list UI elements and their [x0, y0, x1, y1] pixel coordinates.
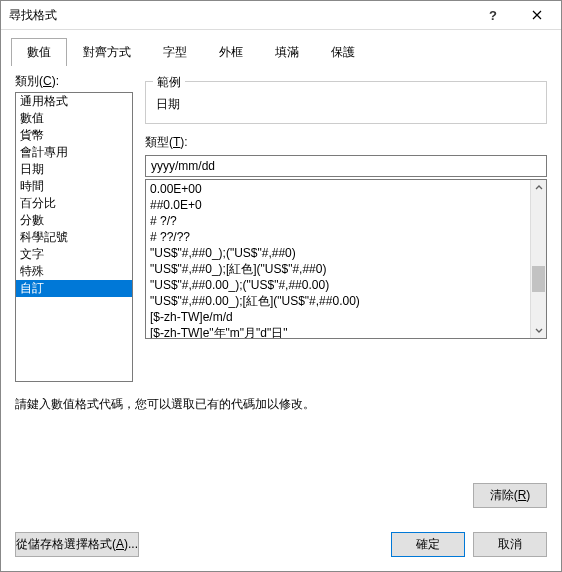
format-code-item[interactable]: "US$"#,##0_);("US$"#,##0): [150, 245, 526, 261]
cancel-button[interactable]: 取消: [473, 532, 547, 557]
format-code-list[interactable]: 0.00E+00##0.0E+0# ?/?# ??/??"US$"#,##0_)…: [146, 180, 530, 338]
tab-0[interactable]: 數值: [11, 38, 67, 66]
scroll-track[interactable]: [531, 196, 546, 322]
tab-3[interactable]: 外框: [203, 38, 259, 66]
category-label: 類別(C):: [15, 73, 133, 90]
format-code-item[interactable]: 0.00E+00: [150, 181, 526, 197]
category-item[interactable]: 分數: [16, 212, 132, 229]
category-item[interactable]: 百分比: [16, 195, 132, 212]
type-input[interactable]: [145, 155, 547, 177]
format-code-item[interactable]: [$-zh-TW]e/m/d: [150, 309, 526, 325]
sample-legend: 範例: [153, 74, 185, 91]
category-item[interactable]: 數值: [16, 110, 132, 127]
category-item[interactable]: 文字: [16, 246, 132, 263]
scroll-down-button[interactable]: [531, 322, 546, 338]
type-label: 類型(T):: [145, 134, 547, 151]
format-code-item[interactable]: "US$"#,##0_);[紅色]("US$"#,##0): [150, 261, 526, 277]
tab-bar: 數值對齊方式字型外框填滿保護: [1, 30, 561, 65]
category-item[interactable]: 日期: [16, 161, 132, 178]
dialog-window: 尋找格式 ? 數值對齊方式字型外框填滿保護 類別(C): 通用格式數值貨幣會計專…: [0, 0, 562, 572]
category-item[interactable]: 通用格式: [16, 93, 132, 110]
format-code-item[interactable]: # ?/?: [150, 213, 526, 229]
footer: 從儲存格選擇格式(A)... 確定 取消: [1, 522, 561, 571]
ok-button[interactable]: 確定: [391, 532, 465, 557]
format-code-list-wrap: 0.00E+00##0.0E+0# ?/?# ??/??"US$"#,##0_)…: [145, 179, 547, 339]
category-item[interactable]: 特殊: [16, 263, 132, 280]
close-button[interactable]: [515, 1, 559, 29]
scrollbar[interactable]: [530, 180, 546, 338]
clear-button[interactable]: 清除(R): [473, 483, 547, 508]
format-code-item[interactable]: "US$"#,##0.00_);("US$"#,##0.00): [150, 277, 526, 293]
format-code-item[interactable]: # ??/??: [150, 229, 526, 245]
tab-4[interactable]: 填滿: [259, 38, 315, 66]
category-item[interactable]: 會計專用: [16, 144, 132, 161]
format-code-item[interactable]: ##0.0E+0: [150, 197, 526, 213]
content-area: 類別(C): 通用格式數值貨幣會計專用日期時間百分比分數科學記號文字特殊自訂 範…: [1, 65, 561, 522]
help-button[interactable]: ?: [471, 1, 515, 29]
category-item[interactable]: 貨幣: [16, 127, 132, 144]
category-list[interactable]: 通用格式數值貨幣會計專用日期時間百分比分數科學記號文字特殊自訂: [15, 92, 133, 382]
format-code-item[interactable]: [$-zh-TW]e"年"m"月"d"日": [150, 325, 526, 338]
hint-text: 請鍵入數值格式代碼，您可以選取已有的代碼加以修改。: [15, 396, 547, 413]
category-item[interactable]: 自訂: [16, 280, 132, 297]
scroll-up-button[interactable]: [531, 180, 546, 196]
format-code-item[interactable]: "US$"#,##0.00_);[紅色]("US$"#,##0.00): [150, 293, 526, 309]
close-icon: [532, 10, 542, 20]
sample-group: 範例 日期: [145, 81, 547, 124]
scroll-thumb[interactable]: [532, 266, 545, 292]
tab-1[interactable]: 對齊方式: [67, 38, 147, 66]
window-title: 尋找格式: [9, 7, 471, 24]
category-item[interactable]: 科學記號: [16, 229, 132, 246]
choose-from-cell-button[interactable]: 從儲存格選擇格式(A)...: [15, 532, 139, 557]
sample-value: 日期: [156, 96, 536, 113]
tab-2[interactable]: 字型: [147, 38, 203, 66]
tab-5[interactable]: 保護: [315, 38, 371, 66]
title-bar: 尋找格式 ?: [1, 1, 561, 30]
category-item[interactable]: 時間: [16, 178, 132, 195]
